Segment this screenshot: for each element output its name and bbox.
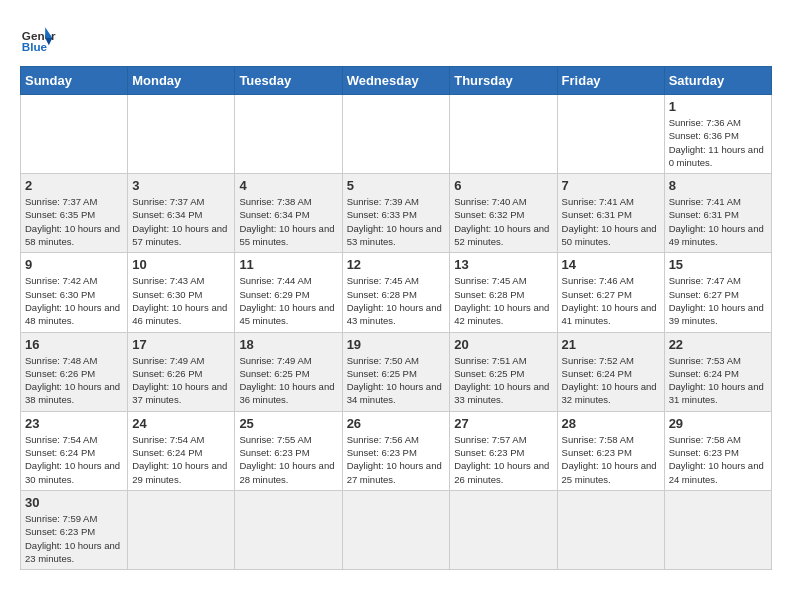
calendar-cell: 30Sunrise: 7:59 AM Sunset: 6:23 PM Dayli… [21, 490, 128, 569]
day-number: 10 [132, 257, 230, 272]
calendar-cell [557, 95, 664, 174]
day-info: Sunrise: 7:45 AM Sunset: 6:28 PM Dayligh… [347, 274, 446, 327]
calendar-cell [342, 490, 450, 569]
calendar-cell: 22Sunrise: 7:53 AM Sunset: 6:24 PM Dayli… [664, 332, 771, 411]
calendar-week-5: 30Sunrise: 7:59 AM Sunset: 6:23 PM Dayli… [21, 490, 772, 569]
day-info: Sunrise: 7:40 AM Sunset: 6:32 PM Dayligh… [454, 195, 552, 248]
day-info: Sunrise: 7:37 AM Sunset: 6:35 PM Dayligh… [25, 195, 123, 248]
header-sunday: Sunday [21, 67, 128, 95]
header-thursday: Thursday [450, 67, 557, 95]
calendar: SundayMondayTuesdayWednesdayThursdayFrid… [20, 66, 772, 570]
day-number: 11 [239, 257, 337, 272]
calendar-week-0: 1Sunrise: 7:36 AM Sunset: 6:36 PM Daylig… [21, 95, 772, 174]
day-info: Sunrise: 7:38 AM Sunset: 6:34 PM Dayligh… [239, 195, 337, 248]
calendar-cell [450, 490, 557, 569]
calendar-cell: 14Sunrise: 7:46 AM Sunset: 6:27 PM Dayli… [557, 253, 664, 332]
calendar-cell: 1Sunrise: 7:36 AM Sunset: 6:36 PM Daylig… [664, 95, 771, 174]
calendar-cell: 3Sunrise: 7:37 AM Sunset: 6:34 PM Daylig… [128, 174, 235, 253]
header-wednesday: Wednesday [342, 67, 450, 95]
calendar-cell [664, 490, 771, 569]
calendar-cell: 15Sunrise: 7:47 AM Sunset: 6:27 PM Dayli… [664, 253, 771, 332]
day-number: 30 [25, 495, 123, 510]
header-friday: Friday [557, 67, 664, 95]
day-info: Sunrise: 7:54 AM Sunset: 6:24 PM Dayligh… [25, 433, 123, 486]
day-info: Sunrise: 7:43 AM Sunset: 6:30 PM Dayligh… [132, 274, 230, 327]
calendar-cell: 12Sunrise: 7:45 AM Sunset: 6:28 PM Dayli… [342, 253, 450, 332]
calendar-cell: 9Sunrise: 7:42 AM Sunset: 6:30 PM Daylig… [21, 253, 128, 332]
day-number: 24 [132, 416, 230, 431]
calendar-cell [128, 490, 235, 569]
calendar-cell: 28Sunrise: 7:58 AM Sunset: 6:23 PM Dayli… [557, 411, 664, 490]
calendar-cell [235, 95, 342, 174]
logo: General Blue [20, 20, 56, 56]
day-number: 15 [669, 257, 767, 272]
calendar-cell [128, 95, 235, 174]
header-saturday: Saturday [664, 67, 771, 95]
day-number: 27 [454, 416, 552, 431]
day-number: 21 [562, 337, 660, 352]
day-info: Sunrise: 7:54 AM Sunset: 6:24 PM Dayligh… [132, 433, 230, 486]
calendar-week-1: 2Sunrise: 7:37 AM Sunset: 6:35 PM Daylig… [21, 174, 772, 253]
calendar-cell: 23Sunrise: 7:54 AM Sunset: 6:24 PM Dayli… [21, 411, 128, 490]
day-number: 12 [347, 257, 446, 272]
day-info: Sunrise: 7:49 AM Sunset: 6:26 PM Dayligh… [132, 354, 230, 407]
header-monday: Monday [128, 67, 235, 95]
calendar-cell: 16Sunrise: 7:48 AM Sunset: 6:26 PM Dayli… [21, 332, 128, 411]
day-number: 20 [454, 337, 552, 352]
day-number: 25 [239, 416, 337, 431]
day-number: 7 [562, 178, 660, 193]
day-number: 6 [454, 178, 552, 193]
day-info: Sunrise: 7:46 AM Sunset: 6:27 PM Dayligh… [562, 274, 660, 327]
calendar-cell: 8Sunrise: 7:41 AM Sunset: 6:31 PM Daylig… [664, 174, 771, 253]
day-info: Sunrise: 7:59 AM Sunset: 6:23 PM Dayligh… [25, 512, 123, 565]
calendar-cell: 21Sunrise: 7:52 AM Sunset: 6:24 PM Dayli… [557, 332, 664, 411]
calendar-cell: 27Sunrise: 7:57 AM Sunset: 6:23 PM Dayli… [450, 411, 557, 490]
calendar-cell [557, 490, 664, 569]
day-number: 13 [454, 257, 552, 272]
calendar-cell: 25Sunrise: 7:55 AM Sunset: 6:23 PM Dayli… [235, 411, 342, 490]
calendar-cell: 26Sunrise: 7:56 AM Sunset: 6:23 PM Dayli… [342, 411, 450, 490]
day-info: Sunrise: 7:58 AM Sunset: 6:23 PM Dayligh… [669, 433, 767, 486]
calendar-cell: 19Sunrise: 7:50 AM Sunset: 6:25 PM Dayli… [342, 332, 450, 411]
calendar-cell: 11Sunrise: 7:44 AM Sunset: 6:29 PM Dayli… [235, 253, 342, 332]
day-info: Sunrise: 7:57 AM Sunset: 6:23 PM Dayligh… [454, 433, 552, 486]
calendar-cell [235, 490, 342, 569]
calendar-cell: 5Sunrise: 7:39 AM Sunset: 6:33 PM Daylig… [342, 174, 450, 253]
calendar-cell: 4Sunrise: 7:38 AM Sunset: 6:34 PM Daylig… [235, 174, 342, 253]
day-info: Sunrise: 7:45 AM Sunset: 6:28 PM Dayligh… [454, 274, 552, 327]
day-info: Sunrise: 7:42 AM Sunset: 6:30 PM Dayligh… [25, 274, 123, 327]
calendar-cell [450, 95, 557, 174]
day-number: 22 [669, 337, 767, 352]
day-number: 14 [562, 257, 660, 272]
day-number: 2 [25, 178, 123, 193]
day-info: Sunrise: 7:50 AM Sunset: 6:25 PM Dayligh… [347, 354, 446, 407]
logo-icon: General Blue [20, 20, 56, 56]
day-number: 26 [347, 416, 446, 431]
day-number: 8 [669, 178, 767, 193]
calendar-cell [21, 95, 128, 174]
calendar-week-2: 9Sunrise: 7:42 AM Sunset: 6:30 PM Daylig… [21, 253, 772, 332]
calendar-cell: 20Sunrise: 7:51 AM Sunset: 6:25 PM Dayli… [450, 332, 557, 411]
calendar-week-4: 23Sunrise: 7:54 AM Sunset: 6:24 PM Dayli… [21, 411, 772, 490]
calendar-cell: 6Sunrise: 7:40 AM Sunset: 6:32 PM Daylig… [450, 174, 557, 253]
day-number: 19 [347, 337, 446, 352]
day-number: 4 [239, 178, 337, 193]
calendar-cell: 7Sunrise: 7:41 AM Sunset: 6:31 PM Daylig… [557, 174, 664, 253]
day-info: Sunrise: 7:41 AM Sunset: 6:31 PM Dayligh… [562, 195, 660, 248]
calendar-week-3: 16Sunrise: 7:48 AM Sunset: 6:26 PM Dayli… [21, 332, 772, 411]
day-info: Sunrise: 7:58 AM Sunset: 6:23 PM Dayligh… [562, 433, 660, 486]
day-number: 16 [25, 337, 123, 352]
day-info: Sunrise: 7:56 AM Sunset: 6:23 PM Dayligh… [347, 433, 446, 486]
day-number: 29 [669, 416, 767, 431]
day-info: Sunrise: 7:51 AM Sunset: 6:25 PM Dayligh… [454, 354, 552, 407]
day-info: Sunrise: 7:37 AM Sunset: 6:34 PM Dayligh… [132, 195, 230, 248]
day-info: Sunrise: 7:49 AM Sunset: 6:25 PM Dayligh… [239, 354, 337, 407]
day-number: 3 [132, 178, 230, 193]
calendar-cell: 13Sunrise: 7:45 AM Sunset: 6:28 PM Dayli… [450, 253, 557, 332]
day-number: 17 [132, 337, 230, 352]
calendar-cell: 17Sunrise: 7:49 AM Sunset: 6:26 PM Dayli… [128, 332, 235, 411]
day-info: Sunrise: 7:39 AM Sunset: 6:33 PM Dayligh… [347, 195, 446, 248]
header: General Blue [20, 20, 772, 56]
svg-text:Blue: Blue [22, 40, 48, 53]
day-number: 23 [25, 416, 123, 431]
